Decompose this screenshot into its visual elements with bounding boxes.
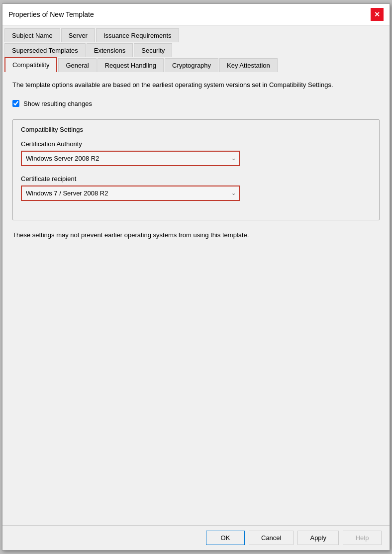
tab-compatibility[interactable]: Compatibility: [4, 57, 57, 72]
ca-dropdown-wrapper: Windows Server 2003 Windows Server 2008 …: [21, 151, 240, 166]
content-area: The template options available are based…: [2, 72, 390, 525]
tab-issuance-requirements[interactable]: Issuance Requirements: [96, 28, 179, 42]
checkbox-row: Show resulting changes: [12, 100, 380, 107]
tab-security[interactable]: Security: [134, 43, 172, 57]
help-button[interactable]: Help: [343, 531, 382, 545]
close-button[interactable]: ✕: [371, 8, 384, 21]
recipient-dropdown[interactable]: Windows XP / Server 2003 Windows Vista /…: [21, 185, 240, 201]
groupbox-title: Compatibility Settings: [21, 126, 371, 133]
tabs-row-2: Superseded Templates Extensions Security: [2, 42, 390, 57]
ca-label: Certification Authority: [21, 140, 371, 148]
bottom-note: These settings may not prevent earlier o…: [12, 230, 380, 240]
apply-button[interactable]: Apply: [297, 531, 339, 545]
footer: OK Cancel Apply Help: [2, 525, 390, 550]
tab-extensions[interactable]: Extensions: [87, 43, 133, 57]
tab-cryptography[interactable]: Cryptography: [165, 58, 218, 72]
show-changes-label: Show resulting changes: [23, 100, 92, 107]
dialog: Properties of New Template ✕ Subject Nam…: [2, 3, 390, 551]
ok-button[interactable]: OK: [206, 531, 245, 545]
tab-key-attestation[interactable]: Key Attestation: [219, 58, 278, 72]
recipient-label: Certificate recipient: [21, 175, 371, 183]
tabs-row-3: Compatibility General Request Handling C…: [2, 57, 390, 72]
recipient-dropdown-wrapper: Windows XP / Server 2003 Windows Vista /…: [21, 185, 240, 201]
tab-server[interactable]: Server: [61, 28, 95, 42]
compatibility-settings-group: Compatibility Settings Certification Aut…: [12, 119, 380, 220]
tab-subject-name[interactable]: Subject Name: [4, 28, 60, 42]
tab-superseded-templates[interactable]: Superseded Templates: [4, 43, 86, 57]
tab-request-handling[interactable]: Request Handling: [98, 58, 164, 72]
title-bar: Properties of New Template ✕: [2, 4, 390, 25]
description-text: The template options available are based…: [12, 80, 380, 90]
ca-dropdown[interactable]: Windows Server 2003 Windows Server 2008 …: [21, 151, 240, 166]
tab-general[interactable]: General: [58, 58, 96, 72]
cancel-button[interactable]: Cancel: [249, 531, 294, 545]
show-changes-checkbox[interactable]: [12, 100, 19, 107]
dialog-title: Properties of New Template: [8, 10, 94, 18]
tabs-row-1: Subject Name Server Issuance Requirement…: [2, 25, 390, 42]
